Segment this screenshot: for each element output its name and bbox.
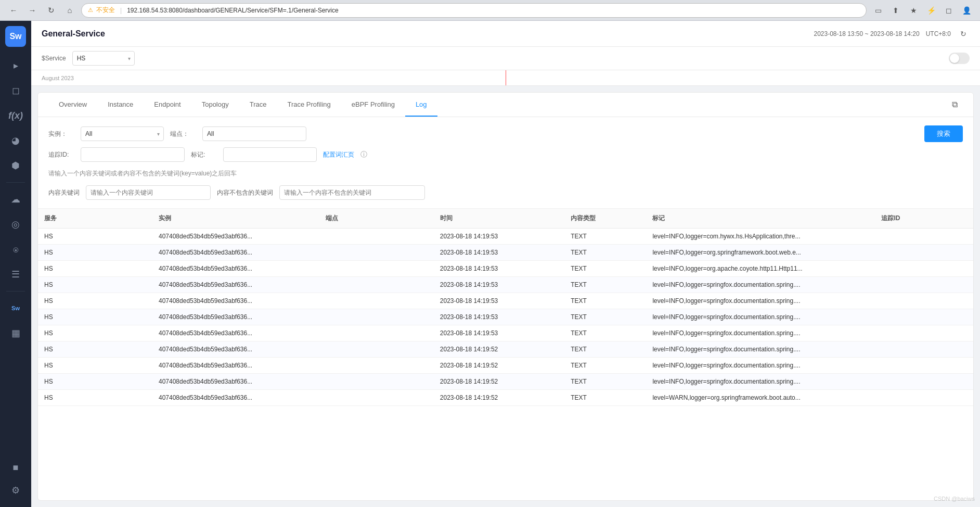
home-button[interactable]: ⌂ — [62, 3, 77, 18]
endpoint-input[interactable] — [202, 126, 306, 141]
table-cell: HS — [38, 358, 152, 374]
sidebar-item-dashboard[interactable]: ◕ — [4, 129, 27, 152]
copy-icon[interactable]: ⧉ — [947, 93, 963, 117]
table-cell: 2023-08-18 14:19:52 — [434, 358, 564, 374]
url-bar[interactable]: ⚠ 不安全 | 192.168.54.53:8080/dashboard/GEN… — [81, 3, 867, 18]
sidebar-item-chart[interactable]: ▸ — [4, 54, 27, 77]
sidebar-item-shield[interactable]: ■ — [4, 456, 27, 479]
table-cell: 407408ded53b4db59ed3abf636... — [152, 261, 319, 277]
share-button[interactable]: ⬆ — [888, 3, 903, 18]
sidebar-item-nodes[interactable]: ⬢ — [4, 154, 27, 177]
browser-chrome: ← → ↻ ⌂ ⚠ 不安全 | 192.168.54.53:8080/dashb… — [0, 0, 980, 21]
tab-trace[interactable]: Trace — [239, 93, 277, 117]
table-row[interactable]: HS407408ded53b4db59ed3abf636...2023-08-1… — [38, 309, 973, 325]
table-cell: 2023-08-18 14:19:52 — [434, 390, 564, 406]
table-cell — [319, 374, 434, 390]
trace-id-input[interactable] — [81, 147, 185, 162]
profile-button[interactable]: 👤 — [959, 3, 974, 18]
service-select[interactable]: HS — [72, 51, 135, 66]
tab-log[interactable]: Log — [405, 93, 437, 117]
tab-trace-profiling[interactable]: Trace Profiling — [277, 93, 341, 117]
bookmark-button[interactable]: ★ — [906, 3, 921, 18]
page-title: General-Service — [42, 29, 105, 39]
sidebar-item-settings[interactable]: ⚙ — [4, 479, 27, 502]
table-cell: level=WARN,logger=org.springframework.bo… — [646, 390, 875, 406]
instance-select[interactable]: All — [81, 126, 164, 141]
sidebar-item-cloud[interactable]: ☁ — [4, 188, 27, 211]
tag-input[interactable] — [223, 147, 317, 162]
topology-icon: ⍟ — [13, 244, 19, 255]
sidebar-item-function[interactable]: f(x) — [4, 104, 27, 127]
tab-ebpf-profiling[interactable]: eBPF Profiling — [341, 93, 405, 117]
table-cell: level=INFO,logger=springfox.documentatio… — [646, 341, 875, 358]
log-table: 服务 实例 端点 时间 内容类型 标记 追踪ID HS407408ded53b4… — [38, 209, 973, 406]
sidebar-item-list[interactable]: ☰ — [4, 263, 27, 286]
table-row[interactable]: HS407408ded53b4db59ed3abf636...2023-08-1… — [38, 374, 973, 390]
refresh-button[interactable]: ↻ — [44, 3, 58, 18]
search-button[interactable]: 搜索 — [924, 125, 963, 142]
table-cell — [875, 325, 973, 341]
table-container[interactable]: 服务 实例 端点 时间 内容类型 标记 追踪ID HS407408ded53b4… — [38, 209, 973, 500]
table-row[interactable]: HS407408ded53b4db59ed3abf636...2023-08-1… — [38, 229, 973, 245]
table-row[interactable]: HS407408ded53b4db59ed3abf636...2023-08-1… — [38, 293, 973, 309]
sidebar-item-globe[interactable]: ◎ — [4, 213, 27, 236]
table-cell: 407408ded53b4db59ed3abf636... — [152, 277, 319, 293]
table-cell: HS — [38, 325, 152, 341]
dashboard-icon: ◕ — [11, 135, 20, 146]
table-cell: 407408ded53b4db59ed3abf636... — [152, 358, 319, 374]
split-view-button[interactable]: ◻ — [942, 3, 956, 18]
table-row[interactable]: HS407408ded53b4db59ed3abf636...2023-08-1… — [38, 245, 973, 261]
service-label: $Service — [42, 55, 66, 62]
table-cell — [319, 293, 434, 309]
table-row[interactable]: HS407408ded53b4db59ed3abf636...2023-08-1… — [38, 261, 973, 277]
table-row[interactable]: HS407408ded53b4db59ed3abf636...2023-08-1… — [38, 358, 973, 374]
back-button[interactable]: ← — [6, 3, 21, 18]
app-layout: Sw ▸ ◻ f(x) ◕ ⬢ ☁ ◎ ⍟ ☰ Sw — [0, 21, 980, 507]
table-cell: HS — [38, 229, 152, 245]
function-icon: f(x) — [8, 110, 23, 121]
table-cell: level=INFO,logger=springfox.documentatio… — [646, 277, 875, 293]
content-not-input[interactable] — [279, 185, 425, 200]
col-header-content-type: 内容类型 — [564, 209, 646, 229]
cast-button[interactable]: ▭ — [871, 3, 885, 18]
col-header-endpoint: 端点 — [319, 209, 434, 229]
table-cell — [875, 390, 973, 406]
forward-button[interactable]: → — [25, 3, 40, 18]
sidebar: Sw ▸ ◻ f(x) ◕ ⬢ ☁ ◎ ⍟ ☰ Sw — [0, 21, 31, 507]
table-row[interactable]: HS407408ded53b4db59ed3abf636...2023-08-1… — [38, 325, 973, 341]
extensions-button[interactable]: ⚡ — [924, 3, 938, 18]
table-row[interactable]: HS407408ded53b4db59ed3abf636...2023-08-1… — [38, 390, 973, 406]
service-select-wrapper: HS — [72, 51, 135, 66]
tab-topology[interactable]: Topology — [191, 93, 239, 117]
help-icon[interactable]: ⓘ — [360, 150, 367, 159]
table-cell: level=INFO,logger=springfox.documentatio… — [646, 293, 875, 309]
filter-row-2: 追踪ID: 标记: 配置词汇页 ⓘ — [48, 147, 963, 162]
list-icon: ☰ — [11, 269, 20, 280]
sidebar-item-grid[interactable]: ▦ — [4, 322, 27, 345]
sidebar-item-database[interactable]: ◻ — [4, 79, 27, 102]
sidebar-item-sw[interactable]: Sw — [4, 297, 27, 320]
config-link[interactable]: 配置词汇页 — [323, 150, 354, 159]
table-cell: level=INFO,logger=springfox.documentatio… — [646, 358, 875, 374]
settings-icon: ⚙ — [11, 485, 20, 496]
table-row[interactable]: HS407408ded53b4db59ed3abf636...2023-08-1… — [38, 341, 973, 358]
refresh-time-button[interactable]: ↻ — [957, 28, 970, 40]
tab-overview[interactable]: Overview — [48, 93, 97, 117]
toggle-switch[interactable] — [949, 53, 970, 64]
tab-instance[interactable]: Instance — [97, 93, 144, 117]
sidebar-item-topology[interactable]: ⍟ — [4, 238, 27, 261]
table-cell — [319, 309, 434, 325]
time-range: 2023-08-18 13:50 ~ 2023-08-18 14:20 — [814, 30, 919, 37]
col-header-traceid: 追踪ID — [875, 209, 973, 229]
shield-icon: ■ — [13, 462, 19, 473]
table-row[interactable]: HS407408ded53b4db59ed3abf636...2023-08-1… — [38, 277, 973, 293]
content-keyword-input[interactable] — [86, 185, 211, 200]
col-header-tag: 标记 — [646, 209, 875, 229]
table-cell: TEXT — [564, 358, 646, 374]
sidebar-logo[interactable]: Sw — [5, 26, 26, 47]
table-cell: TEXT — [564, 309, 646, 325]
tab-endpoint[interactable]: Endpoint — [144, 93, 191, 117]
sidebar-divider-2 — [6, 291, 25, 291]
log-filters: 实例： All 端点： 搜索 追踪ID: — [38, 117, 973, 209]
table-cell: 2023-08-18 14:19:52 — [434, 341, 564, 358]
